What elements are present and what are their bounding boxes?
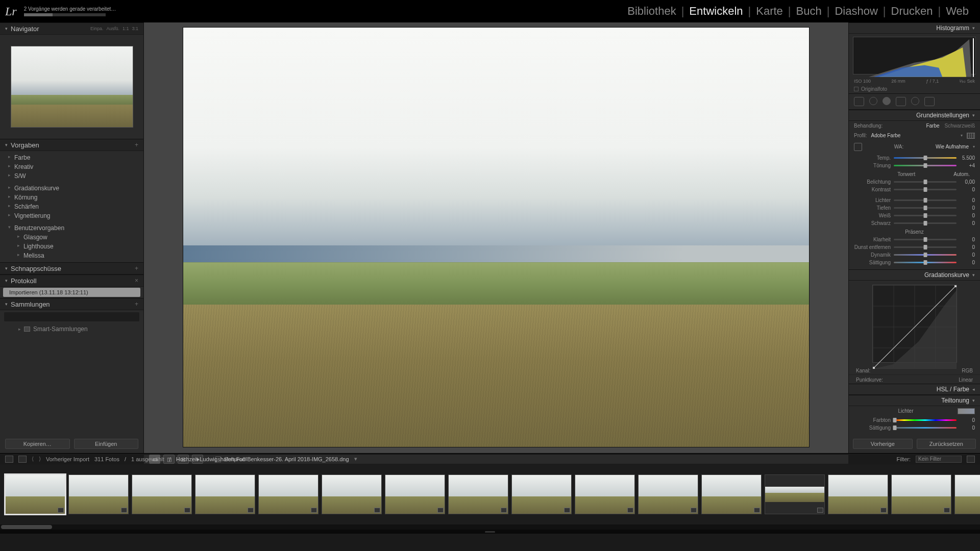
filmstrip-thumb[interactable] — [511, 474, 572, 514]
gradient-tool-icon[interactable] — [896, 97, 906, 106]
source-label[interactable]: Vorheriger Import — [46, 456, 89, 462]
presets-header[interactable]: ▾Vorgaben + — [0, 139, 143, 151]
filmstrip-thumb[interactable] — [765, 474, 825, 514]
original-checkbox[interactable] — [854, 87, 859, 91]
filmstrip-thumb[interactable] — [638, 474, 698, 514]
module-bibliothek[interactable]: Bibliothek — [622, 5, 681, 18]
original-photo-row[interactable]: Originalfoto — [849, 85, 980, 93]
filmstrip-thumb[interactable] — [828, 474, 888, 514]
add-snapshot-icon[interactable]: + — [135, 265, 138, 272]
crop-tool-icon[interactable] — [854, 97, 864, 106]
highlights-slider[interactable] — [894, 199, 957, 201]
treatment-color[interactable]: Farbe — [926, 123, 939, 129]
preset-group[interactable]: Gradationskurve — [0, 184, 143, 193]
temp-slider[interactable] — [894, 157, 957, 159]
module-entwickeln[interactable]: Entwickeln — [684, 5, 748, 18]
brush-tool-icon[interactable] — [924, 97, 935, 106]
history-header[interactable]: ▾Protokoll × — [0, 274, 143, 287]
saturation-slider[interactable] — [894, 262, 957, 263]
filmstrip-thumb[interactable] — [954, 474, 980, 514]
filmstrip[interactable] — [0, 464, 980, 524]
filmstrip-thumb[interactable] — [132, 474, 192, 514]
auto-tone-button[interactable]: Autom. — [953, 171, 970, 177]
radial-tool-icon[interactable] — [911, 97, 919, 105]
module-diashow[interactable]: Diashow — [829, 5, 883, 18]
contrast-slider[interactable] — [894, 189, 957, 190]
spot-tool-icon[interactable] — [869, 97, 877, 105]
filmstrip-thumb[interactable] — [891, 474, 951, 514]
filmstrip-thumb[interactable] — [68, 474, 129, 514]
smart-collections-item[interactable]: ▸ Smart-Sammlungen — [0, 323, 143, 335]
preset-group[interactable]: Körnung — [0, 193, 143, 202]
module-karte[interactable]: Karte — [751, 5, 788, 18]
treatment-bw[interactable]: Schwarzweiß — [945, 123, 975, 129]
second-monitor-icon[interactable] — [5, 456, 13, 463]
wb-select[interactable]: Wie Aufnahme — [936, 144, 969, 149]
filmstrip-thumb[interactable] — [195, 474, 255, 514]
user-presets-group[interactable]: Benutzervorgaben — [0, 223, 143, 233]
preset-group[interactable]: Schärfen — [0, 202, 143, 211]
filmstrip-thumb[interactable] — [701, 474, 762, 514]
preset-group[interactable]: Farbe — [0, 153, 143, 162]
profile-browser-icon[interactable] — [967, 133, 975, 139]
collection-filter[interactable] — [4, 312, 139, 321]
preset-group[interactable]: Kreativ — [0, 162, 143, 171]
filmstrip-thumb[interactable] — [322, 474, 382, 514]
module-web[interactable]: Web — [941, 5, 974, 18]
history-entry[interactable]: Importieren (13.11.18 13:12:11) — [3, 288, 140, 297]
grid-view-icon[interactable] — [18, 456, 27, 463]
module-buch[interactable]: Buch — [791, 5, 827, 18]
redeye-tool-icon[interactable] — [883, 97, 891, 105]
bottom-grip[interactable] — [0, 530, 980, 534]
filter-select[interactable]: Kein Filter — [916, 456, 962, 463]
basic-header[interactable]: Grundeinstellungen▾ — [849, 110, 980, 121]
filter-lock-icon[interactable] — [967, 456, 975, 463]
exposure-slider[interactable] — [894, 181, 957, 183]
user-preset-item[interactable]: Lighthouse — [0, 242, 143, 251]
copy-button[interactable]: Kopieren… — [5, 439, 70, 449]
previous-button[interactable]: Vorherige — [853, 439, 913, 449]
curve-channel-select[interactable]: RGB — [962, 368, 973, 373]
vibrance-slider[interactable] — [894, 254, 957, 256]
add-preset-icon[interactable]: + — [135, 141, 138, 148]
filmstrip-thumb[interactable] — [385, 474, 445, 514]
histogram-header[interactable]: Histogramm▾ — [849, 22, 980, 34]
collections-header[interactable]: ▾Sammlungen + — [0, 298, 143, 310]
filmstrip-thumb[interactable] — [575, 474, 635, 514]
nav-zoom-fill[interactable]: Ausfü. — [106, 26, 119, 31]
module-drucken[interactable]: Drucken — [886, 5, 938, 18]
profile-select[interactable]: Adobe Farbe — [871, 133, 957, 138]
split-swatch[interactable] — [958, 408, 975, 414]
user-preset-item[interactable]: Melissa — [0, 251, 143, 260]
split-sat-slider[interactable] — [894, 427, 957, 429]
reset-button[interactable]: Zurücksetzen — [917, 439, 976, 449]
hsl-header[interactable]: HSL / Farbe◂ — [849, 384, 980, 395]
filmstrip-thumb[interactable] — [448, 474, 508, 514]
wb-eyedropper-icon[interactable] — [854, 143, 862, 151]
preset-group[interactable]: S/W — [0, 171, 143, 181]
filmstrip-thumb[interactable] — [258, 474, 318, 514]
user-preset-item[interactable]: Glasgow — [0, 233, 143, 242]
nav-zoom-3-1[interactable]: 3:1 — [132, 26, 138, 31]
pointcurve-select[interactable]: Linear — [959, 377, 973, 383]
nav-zoom-1-1[interactable]: 1:1 — [122, 26, 129, 31]
image-stage[interactable] — [144, 22, 848, 454]
clear-history-icon[interactable]: × — [135, 277, 138, 284]
add-collection-icon[interactable]: + — [135, 300, 138, 308]
filmstrip-thumb[interactable] — [5, 474, 65, 514]
snapshots-header[interactable]: ▾Schnappschüsse + — [0, 262, 143, 274]
nav-zoom-fit[interactable]: Einpa. — [90, 26, 104, 31]
tone-curve[interactable] — [872, 285, 957, 363]
histogram[interactable] — [853, 37, 976, 74]
paste-button[interactable]: Einfügen — [74, 439, 139, 449]
whites-slider[interactable] — [894, 215, 957, 216]
filmstrip-scrollbar[interactable] — [0, 524, 980, 530]
tonecurve-header[interactable]: Gradationskurve▾ — [849, 269, 980, 281]
filename-label[interactable]: Hochzeit-Ludwigshafen-Full-Benkesser-26.… — [176, 456, 349, 462]
clarity-slider[interactable] — [894, 239, 957, 240]
blacks-slider[interactable] — [894, 222, 957, 224]
tint-slider[interactable] — [894, 165, 957, 166]
dehaze-slider[interactable] — [894, 246, 957, 248]
navigator-preview[interactable] — [0, 35, 143, 139]
split-hue-slider[interactable] — [894, 419, 957, 421]
